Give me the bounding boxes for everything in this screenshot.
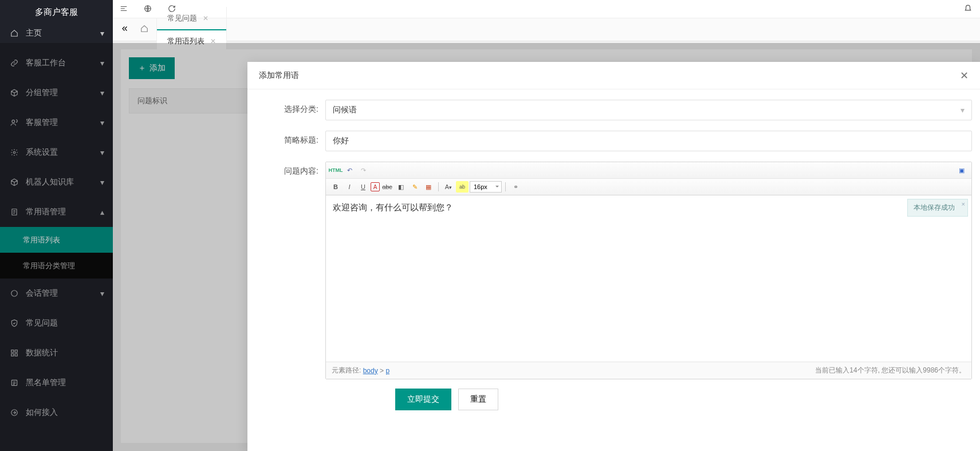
home-icon [140,25,148,34]
underline-icon[interactable]: U [357,181,369,193]
topbar [113,0,980,18]
category-select[interactable]: 问候语 ▾ [325,100,972,120]
title-input[interactable]: 你好 [325,131,972,151]
path-p-link[interactable]: p [385,367,389,375]
editor-canvas[interactable]: 欢迎咨询，有什么可以帮到您？ 本地保存成功 × [326,195,971,362]
sidebar-item-label: 主页 [26,28,42,38]
char-counter: 当前已输入14个字符, 您还可以输入9986个字符。 [815,366,966,375]
font-size-select[interactable]: 16px [470,181,502,193]
element-path-label: 元素路径: [332,366,361,375]
tabs-bar: 常见问题✕常用语列表✕ [113,18,980,41]
close-icon[interactable]: ✕ [960,69,969,82]
reset-button[interactable]: 重置 [458,389,498,410]
chevron-down-icon: ▾ [100,29,104,38]
home-icon [9,29,20,37]
path-body-link[interactable]: body [363,367,378,375]
toast-close-icon[interactable]: × [962,201,965,207]
dialog-title: 添加常用语 [259,70,299,81]
format-brush-icon[interactable]: ✎ [408,181,421,193]
tabs-prev-icon[interactable] [121,25,129,35]
strike-icon[interactable]: abc [381,181,393,193]
html-source-button[interactable]: HTML [329,164,342,176]
rich-text-editor: HTML ↶ ↷ ▣ B I U A abc ◧ ✎ [325,162,972,379]
tab-home[interactable] [132,18,157,41]
redo-icon[interactable]: ↷ [357,164,369,176]
menu-toggle-icon[interactable] [120,5,129,14]
undo-icon[interactable]: ↶ [343,164,356,176]
tab-close-icon[interactable]: ✕ [203,14,208,22]
backcolor-icon[interactable]: ab [456,181,469,193]
link-icon[interactable]: ⚭ [509,181,522,193]
label-category: 选择分类: [255,100,318,115]
label-content: 问题内容: [255,162,318,177]
bold-icon[interactable]: B [329,181,342,193]
image-icon[interactable]: ▦ [422,181,435,193]
tab-label: 常见问题 [167,13,197,23]
autosave-toast: 本地保存成功 × [907,199,968,217]
eraser-icon[interactable]: ◧ [395,181,407,193]
dialog-add-phrase: 添加常用语 ✕ 选择分类: 问候语 ▾ 简略标题: 你好 [247,62,980,451]
italic-icon[interactable]: I [343,181,356,193]
chevron-down-icon: ▾ [961,105,965,115]
bell-icon[interactable] [964,5,973,14]
tab-0[interactable]: 常见问题✕ [157,7,227,30]
brand-title: 多商户客服 [0,0,113,18]
forecolor-icon[interactable]: A▾ [442,181,455,193]
fullscreen-icon[interactable]: ▣ [955,164,968,176]
label-title: 简略标题: [255,131,318,146]
globe-icon[interactable] [144,5,153,14]
submit-button[interactable]: 立即提交 [395,389,451,410]
font-color-icon[interactable]: A [371,182,380,191]
